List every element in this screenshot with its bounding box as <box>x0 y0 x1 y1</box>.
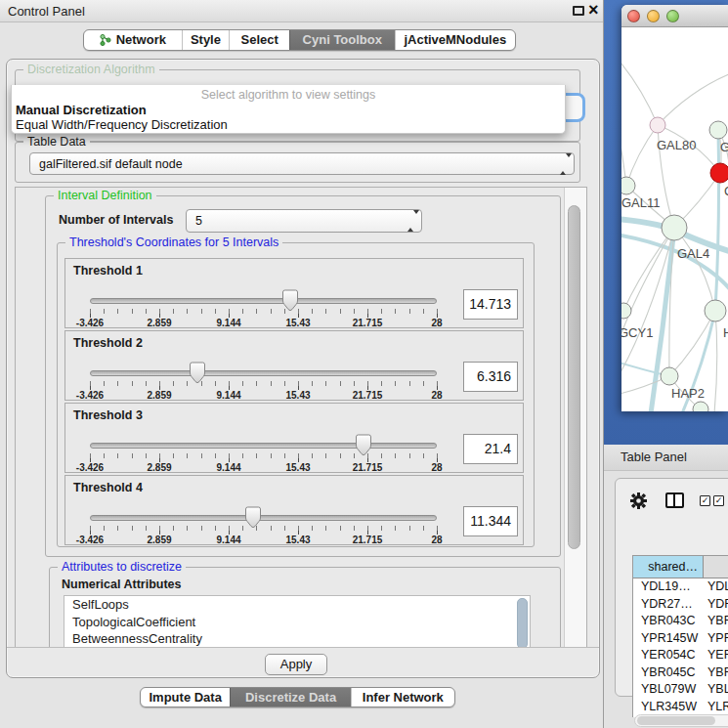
tab-select[interactable]: Select <box>229 30 289 50</box>
algorithm-option-manual[interactable]: Manual Discretization <box>16 103 565 117</box>
node-attribute-table: shared… na YDL19…YDL1 YDR27…YDR2 YBR043C… <box>632 555 728 717</box>
gear-icon[interactable] <box>630 492 647 509</box>
slider-thumb[interactable] <box>356 434 372 456</box>
float-window-icon[interactable] <box>573 6 584 16</box>
network-node[interactable] <box>693 402 708 411</box>
table-row[interactable]: YLR345WYLR3 <box>633 699 728 716</box>
network-node[interactable] <box>621 177 635 194</box>
checkbox-icon[interactable]: ✓ <box>700 495 710 506</box>
table-rows: YDL19…YDL1 YDR27…YDR2 YBR043CYBR0 YPR145… <box>633 578 728 717</box>
network-node[interactable] <box>705 300 726 321</box>
slider-thumb[interactable] <box>281 289 298 312</box>
network-node-pink[interactable] <box>650 117 665 133</box>
tab-discretize-data[interactable]: Discretize Data <box>230 688 350 707</box>
tick-label: 28 <box>431 390 442 401</box>
slider-track[interactable] <box>90 515 437 521</box>
slider-track[interactable] <box>90 443 437 449</box>
slider-track[interactable] <box>90 370 437 376</box>
algorithm-option-equal-width[interactable]: Equal Width/Frequency Discretization <box>16 117 565 132</box>
tab-jactivemnodules[interactable]: jActiveMNodules <box>395 30 515 50</box>
tab-style[interactable]: Style <box>182 30 230 50</box>
control-panel-title: Control Panel <box>8 0 85 22</box>
threshold-2-label: Threshold 2 <box>73 336 143 350</box>
algorithm-option-placeholder[interactable]: Select algorithm to view settings <box>12 88 565 103</box>
tab-cyni-toolbox[interactable]: Cyni Toolbox <box>289 30 395 50</box>
algorithm-dropdown-popup: Select algorithm to view settings Manual… <box>11 85 566 134</box>
table-horizontal-scrollbar-thumb[interactable] <box>637 716 715 725</box>
threshold-1-slider[interactable]: -3.426 2.859 9.144 15.43 21.715 28 <box>90 292 437 329</box>
threshold-3-value-field[interactable]: 21.4 <box>463 434 518 464</box>
threshold-1-value-field[interactable]: 14.713 <box>463 289 518 320</box>
threshold-2-panel: Threshold 2 -3.426 2.859 9.144 15.43 21.… <box>64 330 524 401</box>
slider-thumb[interactable] <box>244 506 261 529</box>
list-item[interactable]: SelfLoops <box>64 596 530 614</box>
slider-thumb[interactable] <box>190 362 206 384</box>
tab-jactivemnodules-label: jActiveMNodules <box>404 30 506 50</box>
numerical-attributes-label: Numerical Attributes <box>62 578 181 591</box>
table-row[interactable]: YPR145WYPR1 <box>633 630 728 648</box>
node-label-gal11: GAL11 <box>621 195 661 210</box>
table-horizontal-scrollbar[interactable] <box>634 714 728 727</box>
threshold-3-slider[interactable]: -3.426 2.859 9.144 15.43 21.715 28 <box>90 437 437 474</box>
node-label-partial: H <box>723 325 728 340</box>
cell: YPR145W <box>641 630 702 648</box>
number-of-intervals-spinner[interactable]: 5 <box>186 209 422 233</box>
cell: YDR27… <box>641 596 702 614</box>
tab-impute-data-label: Impute Data <box>150 688 222 707</box>
tick-label: 2.859 <box>147 462 171 473</box>
cell: YER0 <box>707 647 728 664</box>
threshold-4-value-field[interactable]: 11.344 <box>463 506 518 536</box>
table-row[interactable]: YBL079WYBL0 <box>633 681 728 699</box>
network-node-red-selected[interactable] <box>710 163 728 183</box>
tab-network[interactable]: Network <box>84 30 182 50</box>
window-close-button[interactable] <box>627 10 640 22</box>
threshold-2-slider[interactable]: -3.426 2.859 9.144 15.43 21.715 28 <box>90 364 437 402</box>
window-minimize-button[interactable] <box>647 10 660 22</box>
interval-definition-group-title: Interval Definition <box>54 189 156 202</box>
table-row[interactable]: YER054CYER0 <box>633 647 728 664</box>
tick-label: 9.144 <box>216 535 240 545</box>
network-icon <box>100 33 111 47</box>
threshold-3-panel: Threshold 3 -3.426 2.859 9.144 15.43 21.… <box>64 403 524 473</box>
table-panel-title: Table Panel <box>621 445 687 470</box>
numerical-attributes-list[interactable]: SelfLoops TopologicalCoefficient Between… <box>64 595 531 648</box>
tab-impute-data[interactable]: Impute Data <box>141 688 230 707</box>
tab-infer-network[interactable]: Infer Network <box>351 688 454 707</box>
table-row[interactable]: YBR045CYBR0 <box>633 664 728 682</box>
table-row[interactable]: YDL19…YDL1 <box>633 578 728 596</box>
discretization-algorithm-group-title: Discretization Algorithm <box>23 63 159 76</box>
checkbox-icon[interactable]: ✓ <box>713 495 724 506</box>
cell: YDL19… <box>641 578 702 596</box>
table-data-combobox[interactable]: galFiltered.sif default node <box>29 152 575 175</box>
split-panel-icon[interactable] <box>665 492 684 508</box>
control-panel-window: Control Panel × Network Style Select Cyn… <box>0 0 604 728</box>
threshold-4-panel: Threshold 4 -3.426 2.859 9.144 15.43 21.… <box>64 475 524 545</box>
tab-cyni-toolbox-label: Cyni Toolbox <box>303 30 382 50</box>
slider-track[interactable] <box>90 298 437 304</box>
table-row[interactable]: YBR043CYBR0 <box>633 613 728 630</box>
network-node[interactable] <box>709 121 727 139</box>
network-graph-canvas[interactable]: GAL80 GA C GAL11 GAL4 GCY1 H HAP2 <box>621 27 728 411</box>
network-node-gal4[interactable] <box>662 215 687 240</box>
attributes-to-discretize-group: Attributes to discretize Numerical Attri… <box>49 567 561 648</box>
tab-infer-network-label: Infer Network <box>363 688 444 707</box>
threshold-4-slider[interactable]: -3.426 2.859 9.144 15.43 21.715 28 <box>90 509 437 546</box>
window-zoom-button[interactable] <box>666 10 679 22</box>
list-scrollbar[interactable] <box>517 598 528 648</box>
close-icon[interactable]: × <box>588 0 599 21</box>
settings-scrollbar-thumb[interactable] <box>568 205 580 549</box>
tick-label: 2.859 <box>147 535 171 545</box>
column-header-name[interactable]: na <box>704 556 728 578</box>
apply-button[interactable]: Apply <box>265 654 327 675</box>
column-header-shared-name[interactable]: shared… <box>633 556 704 578</box>
tick-label: 21.715 <box>353 390 383 401</box>
list-item[interactable]: BetweennessCentrality <box>64 630 530 648</box>
network-node-gcy1[interactable] <box>621 303 631 319</box>
threshold-2-value-field[interactable]: 6.316 <box>463 362 518 392</box>
cell: YBR045C <box>641 664 702 682</box>
network-node-hap2[interactable] <box>661 367 678 385</box>
settings-scrollbar-track[interactable] <box>564 188 587 648</box>
table-row[interactable]: YDR27…YDR2 <box>633 596 728 614</box>
tick-label: 28 <box>431 318 442 328</box>
list-item[interactable]: TopologicalCoefficient <box>64 614 530 631</box>
